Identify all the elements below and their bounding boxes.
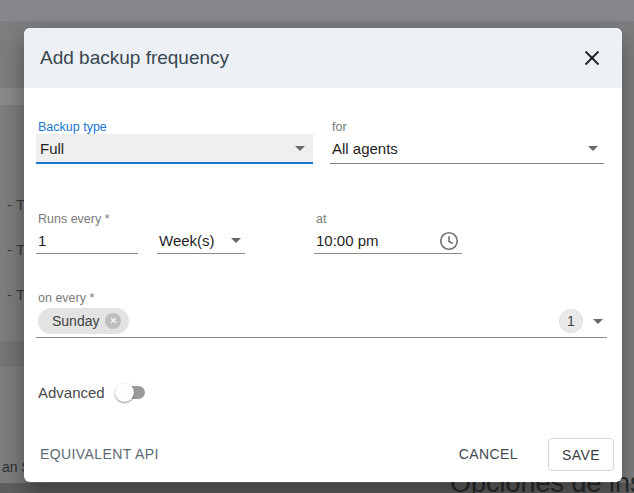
- at-label: at: [316, 212, 326, 226]
- chevron-down-icon: [295, 146, 305, 151]
- chevron-down-icon: [588, 146, 598, 151]
- equivalent-api-button[interactable]: EQUIVALENT API: [40, 446, 159, 462]
- backup-type-select[interactable]: Full: [36, 134, 313, 164]
- backdrop-text-fragment: - T: [7, 196, 25, 213]
- dialog-header: Add backup frequency: [24, 28, 622, 88]
- agents-select[interactable]: All agents: [330, 134, 604, 164]
- backup-type-value: Full: [40, 140, 64, 157]
- chevron-down-icon[interactable]: [593, 319, 603, 324]
- backup-type-label: Backup type: [38, 120, 107, 134]
- dialog-footer: EQUIVALENT API CANCEL SAVE: [24, 438, 622, 474]
- runs-every-input[interactable]: 1: [36, 228, 138, 254]
- close-icon[interactable]: [580, 46, 604, 70]
- dialog-title: Add backup frequency: [40, 47, 229, 69]
- agents-value: All agents: [332, 140, 398, 157]
- screen: - T - T - T an S Opciones de insta Add b…: [0, 0, 634, 493]
- interval-unit-value: Week(s): [159, 232, 215, 249]
- chip-remove-icon[interactable]: ✕: [105, 313, 121, 329]
- backdrop-band: [0, 88, 24, 105]
- on-every-label: on every *: [38, 291, 94, 305]
- clock-icon[interactable]: [438, 230, 460, 252]
- day-chip: Sunday ✕: [38, 308, 129, 334]
- interval-unit-select[interactable]: Week(s): [157, 228, 245, 254]
- backdrop-text-fragment: - T: [7, 241, 25, 258]
- toggle-knob: [115, 383, 134, 402]
- add-backup-frequency-dialog: Add backup frequency Backup type Full fo…: [24, 28, 622, 482]
- advanced-row: Advanced: [38, 380, 145, 404]
- backdrop-band: [0, 0, 634, 21]
- save-button[interactable]: SAVE: [548, 438, 614, 471]
- chevron-down-icon: [231, 238, 241, 243]
- backdrop-text-fragment: - T: [7, 286, 25, 303]
- for-label: for: [332, 120, 347, 134]
- on-every-select[interactable]: Sunday ✕ 1: [36, 305, 607, 338]
- day-chip-label: Sunday: [52, 313, 99, 329]
- cancel-button[interactable]: CANCEL: [459, 446, 518, 462]
- backdrop-band: [0, 341, 24, 367]
- time-value: 10:00 pm: [316, 232, 379, 249]
- runs-every-label: Runs every *: [38, 212, 110, 226]
- advanced-toggle[interactable]: [115, 382, 145, 402]
- time-input[interactable]: 10:00 pm: [314, 228, 462, 254]
- selected-count-badge: 1: [559, 309, 583, 333]
- runs-every-value: 1: [38, 232, 46, 249]
- advanced-label: Advanced: [38, 384, 105, 401]
